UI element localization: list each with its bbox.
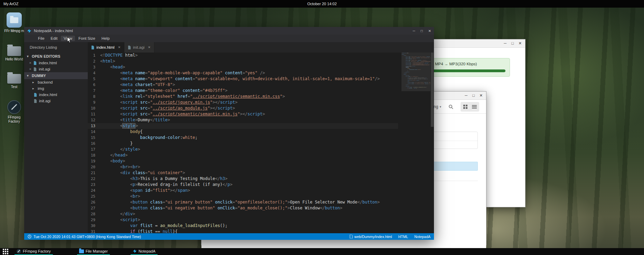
- html-file-icon: [91, 46, 94, 49]
- taskbar-item-ffmpeg-factory[interactable]: FFmpeg Factory: [15, 248, 53, 255]
- taskbar-item-file-manager[interactable]: File Manager: [77, 248, 110, 255]
- close-icon[interactable]: ✕: [428, 29, 431, 33]
- shortcut-label: Test: [11, 85, 17, 89]
- chevron-right-icon: ▸: [32, 81, 36, 84]
- maximize-icon[interactable]: □: [511, 41, 514, 46]
- chevron-right-icon: ▸: [32, 87, 36, 90]
- folder-icon: [7, 46, 21, 56]
- html-file-icon: [34, 93, 37, 97]
- aroz-menu-button[interactable]: My ArOZ: [0, 2, 18, 6]
- tree-folder-dummy[interactable]: ▾ DUMMY: [24, 72, 88, 79]
- folder-icon: [10, 17, 18, 23]
- editor-pane: 1<!DOCTYPE html>2<html>3 <head>4 <meta n…: [88, 53, 434, 233]
- taskbar: FFmpeg Factory File Manager NotepadA: [0, 248, 644, 255]
- desktop-shortcut-hello-world[interactable]: Hello World: [2, 46, 26, 62]
- taskbar-item-label: File Manager: [86, 249, 108, 253]
- folder-name: backend: [38, 80, 53, 84]
- minimap-viewport[interactable]: [401, 53, 430, 91]
- minimize-icon[interactable]: ─: [504, 41, 506, 46]
- tab-label: init.agi: [133, 45, 144, 49]
- desktop-shortcut-test[interactable]: Test: [2, 74, 26, 89]
- close-icon[interactable]: ✕: [519, 41, 522, 46]
- app-folder-icon: [7, 12, 22, 28]
- menu-help[interactable]: Help: [99, 36, 113, 41]
- tree-file-index-html[interactable]: index.html: [24, 92, 88, 98]
- menu-font-size[interactable]: Font Size: [76, 36, 98, 41]
- ffmpeg-factory-icon: [7, 100, 21, 114]
- menu-bar: File Edit View Font Size Help: [24, 35, 434, 42]
- folder-icon: [7, 74, 21, 84]
- shortcut-label: Hello World: [5, 57, 23, 62]
- desktop-shortcut-ffmpeg-factory[interactable]: FFmpeg Factory: [2, 100, 26, 123]
- tree-folder-backend[interactable]: ▸ backend: [24, 79, 88, 85]
- menu-view[interactable]: View: [61, 36, 75, 41]
- html-file-icon: [34, 61, 37, 65]
- maximize-icon[interactable]: □: [421, 29, 423, 33]
- open-editor-item-index-html[interactable]: ✕ index.html: [24, 60, 88, 66]
- menu-edit[interactable]: Edit: [48, 36, 60, 41]
- top-menubar: My ArOZ October 20 14:02: [0, 0, 644, 8]
- chevron-down-icon: ▾: [27, 74, 30, 77]
- status-app-name: NotepadA: [414, 235, 430, 239]
- editor-tabbar: index.html ✕ init.agi ✕: [88, 42, 434, 53]
- close-icon[interactable]: ✕: [29, 67, 31, 71]
- topbar-clock: October 20 14:02: [307, 2, 337, 6]
- agi-file-icon: [34, 67, 37, 71]
- taskbar-item-notepada[interactable]: NotepadA: [131, 248, 158, 255]
- folder-name: img: [38, 86, 44, 91]
- editor-scrollbar[interactable]: [430, 53, 434, 233]
- notepada-icon: [133, 249, 137, 253]
- scrollbar-thumb[interactable]: [431, 53, 434, 127]
- close-icon[interactable]: ✕: [480, 93, 483, 98]
- close-icon[interactable]: ✕: [29, 61, 31, 65]
- tab-init-agi[interactable]: init.agi ✕: [124, 42, 154, 53]
- close-icon[interactable]: ✕: [118, 46, 121, 49]
- file-explorer-sidebar: Directory Listing ▾ OPEN EDITORS ✕ index…: [24, 42, 88, 233]
- file-icon: [350, 235, 353, 238]
- code-area[interactable]: 1<!DOCTYPE html>2<html>3 <head>4 <meta n…: [88, 53, 398, 233]
- notepada-logo-icon: [27, 29, 31, 33]
- shortcut-label: FFr Mmpg m: [4, 29, 24, 33]
- status-datetime: Tue Oct 20 2020 14:01:43 GMT+0800 (Hong …: [34, 235, 141, 239]
- taskbar-item-label: NotepadA: [139, 249, 155, 253]
- desktop-shortcut-1[interactable]: FFr Mmpg m: [2, 12, 26, 33]
- minimap[interactable]: <!DOCTYPE html><html> <head> <meta name=…: [401, 53, 430, 233]
- view-toggle-group: [461, 102, 479, 112]
- grid-view-button[interactable]: [461, 103, 470, 111]
- status-file-path[interactable]: web/Dummy/index.html: [350, 235, 392, 239]
- file-name: init.agi: [39, 99, 50, 103]
- ffmpeg-factory-icon: [17, 249, 21, 254]
- shortcut-label: FFmpeg Factory: [4, 115, 24, 123]
- file-name: index.html: [39, 61, 57, 65]
- list-view-icon: [472, 105, 477, 108]
- tab-label: index.html: [96, 45, 114, 49]
- minimize-icon[interactable]: ─: [413, 29, 415, 33]
- desktop: My ArOZ October 20 14:02 FFr Mmpg m Hell…: [0, 0, 644, 255]
- taskbar-item-label: FFmpeg Factory: [23, 249, 51, 253]
- menu-file[interactable]: File: [35, 36, 47, 41]
- window-title: NotepadA - index.html: [34, 29, 73, 33]
- list-view-button[interactable]: [470, 103, 479, 111]
- open-editors-header[interactable]: ▾ OPEN EDITORS: [24, 53, 88, 60]
- maximize-icon[interactable]: □: [472, 93, 475, 98]
- tree-folder-img[interactable]: ▸ img: [24, 85, 88, 92]
- open-editor-item-init-agi[interactable]: ✕ init.agi: [24, 66, 88, 72]
- search-icon: [448, 104, 453, 109]
- search-button[interactable]: [447, 103, 455, 111]
- file-manager-icon: [79, 249, 84, 253]
- tab-index-html[interactable]: index.html ✕: [88, 42, 124, 53]
- sidebar-header: Directory Listing: [24, 42, 88, 53]
- caret-down-icon: ▾: [439, 105, 441, 108]
- minimize-icon[interactable]: ─: [465, 93, 467, 98]
- window-titlebar[interactable]: NotepadA - index.html ─ □ ✕: [24, 27, 434, 35]
- agi-file-icon: [34, 99, 37, 103]
- close-icon[interactable]: ✕: [148, 46, 151, 49]
- tree-file-init-agi[interactable]: init.agi: [24, 98, 88, 104]
- status-language[interactable]: HTML: [398, 235, 408, 239]
- notepada-window: NotepadA - index.html ─ □ ✕ File Edit Vi…: [24, 27, 434, 240]
- folder-name: DUMMY: [32, 74, 46, 78]
- agi-file-icon: [128, 46, 131, 49]
- apps-launcher-button[interactable]: [0, 248, 11, 255]
- file-name: init.agi: [39, 67, 50, 71]
- status-bar: Tue Oct 20 2020 14:01:43 GMT+0800 (Hong …: [24, 233, 434, 240]
